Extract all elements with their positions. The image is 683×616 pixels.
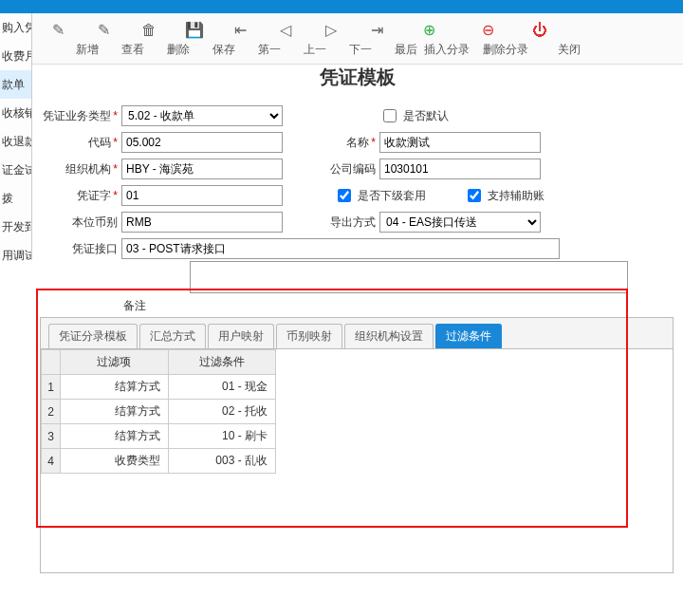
grid-corner <box>42 350 61 375</box>
sidebar-item[interactable]: 收退款 <box>0 127 31 156</box>
voucher-word-input[interactable] <box>121 185 283 206</box>
support-aux-checkbox[interactable] <box>468 189 481 202</box>
remarks-textarea[interactable] <box>190 261 628 293</box>
export-mode-select[interactable]: 04 - EAS接口传送 <box>379 212 541 233</box>
sidebar-item[interactable]: 购入凭 <box>0 13 31 42</box>
is-default-checkbox-wrap[interactable]: 是否默认 <box>379 106 449 125</box>
filter-cond-cell[interactable]: 01 - 现金 <box>168 375 275 400</box>
page-title: 凭证模板 <box>32 65 683 90</box>
filter-item-cell[interactable]: 结算方式 <box>61 400 168 424</box>
name-input[interactable] <box>379 132 541 153</box>
sub-apply-label: 是否下级套用 <box>358 188 426 204</box>
voucher-word-label: 凭证字 <box>32 188 121 204</box>
row-number: 4 <box>42 449 61 474</box>
tab[interactable]: 币别映射 <box>276 324 342 348</box>
next-icon: ▷ <box>325 21 337 40</box>
filter-cond-cell[interactable]: 02 - 托收 <box>168 400 275 424</box>
org-input[interactable] <box>121 159 283 179</box>
tab[interactable]: 组织机构设置 <box>344 324 434 348</box>
delete-icon: 🗑 <box>141 21 157 40</box>
new-icon: ✎ <box>52 21 65 40</box>
tab[interactable]: 过滤条件 <box>435 324 502 348</box>
table-row[interactable]: 3结算方式10 - 刷卡 <box>42 424 276 449</box>
view-icon: ✎ <box>98 21 110 40</box>
delete-entry-icon: ⊖ <box>482 21 494 40</box>
org-label: 组织机构 <box>32 161 121 177</box>
filter-cond-cell[interactable]: 003 - 乱收 <box>168 449 275 474</box>
window-title-bar <box>0 0 683 13</box>
sidebar-item[interactable]: 款单 <box>0 70 31 99</box>
support-aux-checkbox-wrap[interactable]: 支持辅助账 <box>464 186 545 205</box>
filter-cond-cell[interactable]: 10 - 刷卡 <box>168 424 275 449</box>
prev-icon: ◁ <box>280 21 291 40</box>
filter-item-cell[interactable]: 收费类型 <box>61 449 168 474</box>
company-code-label: 公司编码 <box>319 161 379 177</box>
last-icon: ⇥ <box>371 21 383 40</box>
is-default-checkbox[interactable] <box>383 109 397 122</box>
row-number: 3 <box>42 424 61 449</box>
export-mode-label: 导出方式 <box>319 215 379 231</box>
row-number: 1 <box>42 375 61 400</box>
grid-header-item: 过滤项 <box>61 350 168 375</box>
detail-tabs: 凭证分录模板汇总方式用户映射币别映射组织机构设置过滤条件 过滤项 过滤条件 1结… <box>40 317 674 573</box>
company-code-input[interactable] <box>379 159 541 179</box>
tab[interactable]: 用户映射 <box>208 324 274 348</box>
sub-apply-checkbox-wrap[interactable]: 是否下级套用 <box>334 186 426 205</box>
voucher-interface-label: 凭证接口 <box>32 241 121 257</box>
biz-type-label: 凭证业务类型 <box>32 108 121 124</box>
first-icon: ⇤ <box>234 21 247 40</box>
table-row[interactable]: 1结算方式01 - 现金 <box>42 375 276 400</box>
tab-strip: 凭证分录模板汇总方式用户映射币别映射组织机构设置过滤条件 <box>41 318 673 348</box>
filter-item-cell[interactable]: 结算方式 <box>61 424 168 449</box>
remarks-label: 备注 <box>123 298 146 314</box>
voucher-interface-input[interactable] <box>121 238 560 259</box>
filter-item-cell[interactable]: 结算方式 <box>61 375 168 400</box>
save-icon: 💾 <box>185 21 204 40</box>
voucher-template-form: 凭证业务类型 5.02 - 收款单 是否默认 代码 名称 组织机构 公司编码 凭… <box>32 103 674 262</box>
base-currency-label: 本位币别 <box>32 215 121 231</box>
table-row[interactable]: 2结算方式02 - 托收 <box>42 400 276 424</box>
close-icon: ⏻ <box>532 21 547 40</box>
biz-type-select[interactable]: 5.02 - 收款单 <box>121 105 283 126</box>
is-default-label: 是否默认 <box>403 108 449 124</box>
name-label: 名称 <box>319 135 379 151</box>
sidebar-item[interactable]: 开发到 <box>0 213 31 241</box>
table-row[interactable]: 4收费类型003 - 乱收 <box>42 449 276 474</box>
toolbar-button-label: 关闭 <box>495 42 584 58</box>
filter-grid[interactable]: 过滤项 过滤条件 1结算方式01 - 现金2结算方式02 - 托收3结算方式10… <box>41 349 276 474</box>
toolbar: ✎新增✎查看🗑删除💾保存⇤第一◁上一▷下一⇥最后⊕插入分录⊖删除分录⏻关闭 <box>32 13 683 65</box>
base-currency-input[interactable] <box>121 212 283 233</box>
sidebar-item[interactable]: 拨 <box>0 184 31 213</box>
close-button[interactable]: ⏻关闭 <box>518 15 562 63</box>
tab-body-filter: 过滤项 过滤条件 1结算方式01 - 现金2结算方式02 - 托收3结算方式10… <box>41 348 673 572</box>
sidebar-item[interactable]: 收核销 <box>0 99 31 127</box>
support-aux-label: 支持辅助账 <box>488 188 545 204</box>
code-label: 代码 <box>32 135 121 151</box>
insert-entry-icon: ⊕ <box>423 21 435 40</box>
row-number: 2 <box>42 400 61 424</box>
sidebar-item[interactable]: 用调试 <box>0 241 31 270</box>
sidebar-item[interactable]: 证金试 <box>0 156 31 184</box>
tab[interactable]: 凭证分录模板 <box>48 324 138 348</box>
grid-header-cond: 过滤条件 <box>168 350 275 375</box>
tab[interactable]: 汇总方式 <box>139 324 206 348</box>
code-input[interactable] <box>121 132 283 153</box>
sub-apply-checkbox[interactable] <box>338 189 351 202</box>
